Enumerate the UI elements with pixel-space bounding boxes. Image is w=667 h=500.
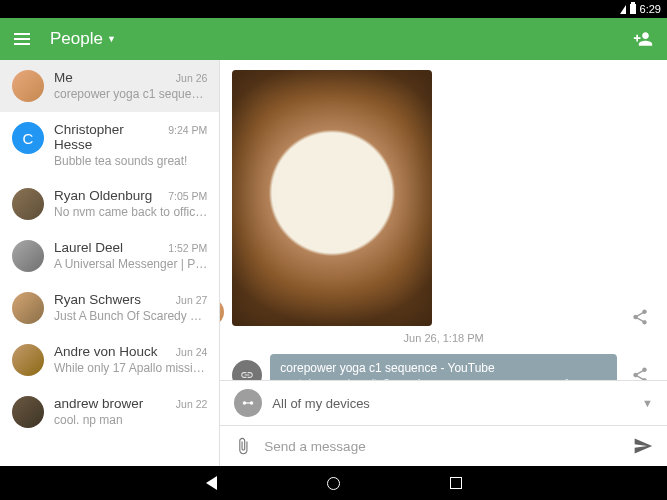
avatar (12, 188, 44, 220)
image-message-row (232, 70, 655, 326)
send-button[interactable] (633, 436, 653, 456)
title-dropdown[interactable]: People ▼ (50, 29, 116, 49)
share-icon[interactable] (625, 366, 655, 380)
app-bar: People ▼ (0, 18, 667, 60)
conversation-name: Christopher Hesse (54, 122, 162, 152)
home-button[interactable] (327, 477, 340, 490)
recents-button[interactable] (450, 477, 462, 489)
conversation-item[interactable]: Laurel Deel 1:52 PM A Universal Messenge… (0, 230, 219, 282)
message-input-row (220, 425, 667, 466)
device-label: All of my devices (272, 396, 632, 411)
conversation-time: 9:24 PM (168, 124, 207, 136)
chat-pane: Jun 26, 1:18 PM corepower yoga c1 sequen… (220, 60, 667, 466)
attachment-icon[interactable] (234, 437, 252, 455)
avatar (12, 292, 44, 324)
avatar (12, 344, 44, 376)
conversation-time: Jun 22 (176, 398, 208, 410)
message-input[interactable] (264, 439, 621, 454)
conversation-name: andrew brower (54, 396, 143, 411)
conversation-item[interactable]: Me Jun 26 corepower yoga c1 sequence - Y… (0, 60, 219, 112)
conversation-preview: While only 17 Apallo missions https://en… (54, 361, 207, 375)
conversation-item[interactable]: Andre von Houck Jun 24 While only 17 Apa… (0, 334, 219, 386)
conversation-item[interactable]: Ryan Oldenburg 7:05 PM No nvm came back … (0, 178, 219, 230)
page-title: People (50, 29, 103, 49)
conversation-item[interactable]: andrew brower Jun 22 cool. np man (0, 386, 219, 438)
conversation-time: Jun 26 (176, 72, 208, 84)
conversation-preview: Just A Bunch Of Scaredy Cats! - YouTube (54, 309, 207, 323)
avatar (12, 396, 44, 428)
conversation-name: Ryan Schwers (54, 292, 141, 307)
devices-icon (234, 389, 262, 417)
conversation-list: Me Jun 26 corepower yoga c1 sequence - Y… (0, 60, 220, 466)
message-timestamp: Jun 26, 1:18 PM (232, 332, 655, 344)
message-list: Jun 26, 1:18 PM corepower yoga c1 sequen… (220, 60, 667, 380)
avatar (12, 240, 44, 272)
android-status-bar: 6:29 (0, 0, 667, 18)
conversation-name: Me (54, 70, 73, 85)
conversation-preview: cool. np man (54, 413, 207, 427)
android-nav-bar (0, 466, 667, 500)
svg-rect-2 (245, 402, 252, 403)
conversation-name: Andre von Houck (54, 344, 158, 359)
main-content: Me Jun 26 corepower yoga c1 sequence - Y… (0, 60, 667, 466)
menu-icon[interactable] (14, 33, 30, 45)
conversation-preview: A Universal Messenger | Pushbullet Blog (54, 257, 207, 271)
link-bubble[interactable]: corepower yoga c1 sequence - YouTube you… (270, 354, 617, 380)
battery-icon (630, 4, 636, 14)
avatar (12, 70, 44, 102)
device-selector[interactable]: All of my devices ▼ (220, 380, 667, 425)
link-message-row: corepower yoga c1 sequence - YouTube you… (232, 354, 655, 380)
conversation-preview: Bubble tea sounds great! (54, 154, 207, 168)
chevron-down-icon: ▼ (107, 34, 116, 44)
conversation-time: Jun 24 (176, 346, 208, 358)
chevron-down-icon: ▼ (642, 397, 653, 409)
add-contact-icon[interactable] (633, 29, 653, 49)
conversation-preview: corepower yoga c1 sequence - YouTube (54, 87, 207, 101)
back-button[interactable] (206, 476, 217, 490)
conversation-time: Jun 27 (176, 294, 208, 306)
link-source-icon (232, 360, 262, 380)
avatar: C (12, 122, 44, 154)
status-time: 6:29 (640, 3, 661, 15)
conversation-time: 1:52 PM (168, 242, 207, 254)
message-image[interactable] (232, 70, 432, 326)
link-title: corepower yoga c1 sequence - YouTube (280, 361, 607, 375)
conversation-preview: No nvm came back to office to pick up s… (54, 205, 207, 219)
conversation-name: Ryan Oldenburg (54, 188, 152, 203)
signal-icon (620, 5, 626, 14)
conversation-item[interactable]: C Christopher Hesse 9:24 PM Bubble tea s… (0, 112, 219, 178)
share-icon[interactable] (625, 308, 655, 326)
conversation-time: 7:05 PM (168, 190, 207, 202)
conversation-item[interactable]: Ryan Schwers Jun 27 Just A Bunch Of Scar… (0, 282, 219, 334)
message-avatar (220, 298, 224, 326)
conversation-name: Laurel Deel (54, 240, 123, 255)
